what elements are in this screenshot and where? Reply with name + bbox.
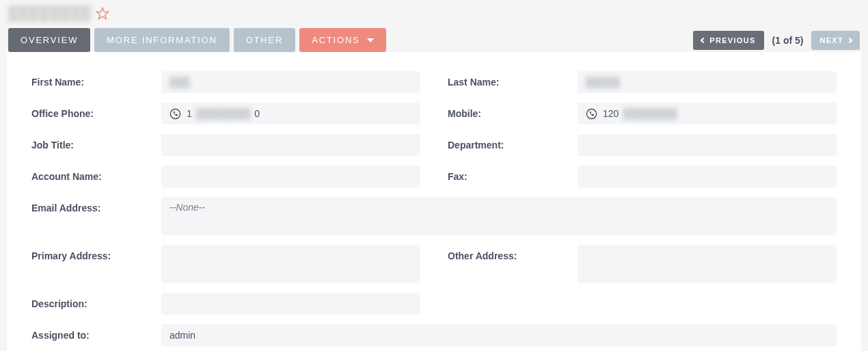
tab-overview[interactable]: OVERVIEW [8, 28, 90, 52]
record-pager: PREVIOUS (1 of 5) NEXT [693, 31, 860, 50]
record-title: ████████ [8, 5, 91, 21]
value-description[interactable] [161, 293, 420, 315]
office-phone-text: 1 ████████ 0 [187, 108, 260, 119]
field-other-address: Other Address: [448, 245, 837, 283]
assigned-to-text: admin [169, 330, 195, 341]
mobile-start: 120 [603, 108, 619, 119]
value-assigned-to[interactable]: admin [161, 324, 837, 346]
phone-icon [169, 108, 181, 120]
value-last-name[interactable]: █████ [578, 71, 837, 93]
value-office-phone[interactable]: 1 ████████ 0 [161, 103, 420, 125]
value-fax[interactable] [578, 166, 837, 187]
label-department: Department: [448, 134, 578, 151]
label-other-address: Other Address: [448, 245, 578, 261]
phone-icon [586, 108, 597, 120]
label-first-name: First Name: [31, 71, 161, 88]
overview-panel: First Name: ███ Last Name: █████ Office … [7, 52, 861, 351]
value-primary-address[interactable] [161, 245, 420, 283]
next-label: NEXT [819, 36, 843, 44]
tab-actions-label: ACTIONS [312, 35, 360, 45]
tab-actions[interactable]: ACTIONS [299, 28, 385, 52]
label-mobile: Mobile: [448, 103, 578, 119]
label-account-name: Account Name: [31, 166, 161, 182]
field-fax: Fax: [448, 166, 837, 187]
field-assigned-to: Assigned to: admin [31, 324, 837, 346]
field-office-phone: Office Phone: 1 ████████ 0 [31, 103, 420, 125]
value-first-name[interactable]: ███ [161, 71, 420, 93]
field-account-name: Account Name: [31, 166, 420, 187]
previous-button[interactable]: PREVIOUS [693, 31, 763, 50]
tab-other[interactable]: OTHER [234, 28, 296, 52]
chevron-right-icon [847, 37, 852, 42]
label-description: Description: [31, 293, 161, 309]
value-department[interactable] [578, 134, 837, 156]
office-phone-end: 0 [254, 108, 260, 119]
value-job-title[interactable] [161, 134, 420, 156]
label-office-phone: Office Phone: [31, 103, 161, 119]
svg-point-2 [586, 109, 596, 118]
favorite-star-icon[interactable] [95, 6, 110, 21]
mobile-text: 120 ████████ [603, 108, 680, 119]
value-email[interactable]: --None-- [161, 197, 837, 235]
first-name-text: ███ [169, 77, 190, 88]
label-primary-address: Primary Address: [31, 245, 161, 261]
chevron-left-icon [701, 37, 706, 42]
value-account-name[interactable] [161, 166, 420, 187]
office-phone-mid: ████████ [193, 108, 253, 119]
svg-point-1 [170, 109, 180, 118]
field-last-name: Last Name: █████ [448, 71, 837, 93]
caret-down-icon [367, 38, 374, 42]
label-assigned-to: Assigned to: [31, 324, 161, 341]
label-last-name: Last Name: [448, 71, 578, 88]
previous-label: PREVIOUS [709, 36, 755, 44]
field-first-name: First Name: ███ [31, 71, 420, 93]
label-fax: Fax: [448, 166, 578, 182]
mobile-mid: ████████ [620, 108, 679, 119]
last-name-text: █████ [586, 77, 620, 88]
tab-more-information[interactable]: MORE INFORMATION [94, 28, 229, 52]
pager-position: (1 of 5) [772, 35, 804, 46]
value-mobile[interactable]: 120 ████████ [578, 103, 837, 125]
detail-tabs: OVERVIEW MORE INFORMATION OTHER ACTIONS [8, 28, 386, 52]
email-none-text: --None-- [169, 202, 205, 213]
label-job-title: Job Title: [31, 134, 161, 151]
label-email: Email Address: [31, 197, 161, 213]
field-description: Description: [31, 293, 420, 315]
field-job-title: Job Title: [31, 134, 420, 156]
next-button[interactable]: NEXT [811, 31, 860, 50]
field-department: Department: [448, 134, 837, 156]
svg-marker-0 [97, 8, 109, 18]
field-email: Email Address: --None-- [31, 197, 837, 235]
value-other-address[interactable] [578, 245, 837, 283]
field-primary-address: Primary Address: [31, 245, 420, 283]
field-mobile: Mobile: 120 ████████ [448, 103, 837, 125]
office-phone-start: 1 [187, 108, 192, 119]
